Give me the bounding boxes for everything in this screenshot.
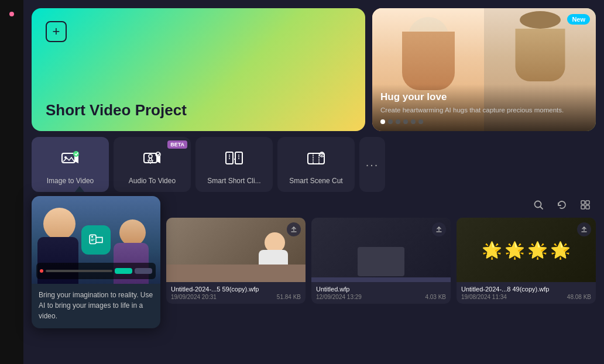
file-date-3: 19/08/2024 11:34 xyxy=(461,294,507,300)
laptop-shape xyxy=(358,247,404,276)
file-thumb-2 xyxy=(311,218,451,282)
file-size-1: 51.84 KB xyxy=(277,294,301,300)
smart-short-clip-icon xyxy=(221,146,247,172)
svg-rect-29 xyxy=(586,205,589,209)
file-date-2: 12/09/2024 13:29 xyxy=(316,294,362,300)
tool-image-to-video[interactable]: Image to Video xyxy=(32,137,109,192)
tooltip-pointer xyxy=(75,186,84,192)
file-size-3: 48.08 KB xyxy=(567,294,591,300)
file-thumb-3: 🌟 🌟 🌟 🌟 xyxy=(457,218,596,282)
tooltip-image xyxy=(32,196,160,284)
emoji-2: 🌟 xyxy=(505,241,525,260)
banner-text: Hug your love Create heartwarming AI hug… xyxy=(372,84,596,131)
file-name-1: Untitled-2024-...5 59(copy).wfp xyxy=(171,286,301,293)
svg-rect-9 xyxy=(235,152,242,164)
smart-scene-cut-icon xyxy=(303,146,329,172)
tools-row: Image to Video BETA Audio To Video xyxy=(23,137,604,192)
file-meta-3: 19/08/2024 11:34 48.08 KB xyxy=(461,294,591,300)
file-size-2: 4.03 KB xyxy=(425,294,446,300)
file-thumb-1 xyxy=(166,218,306,282)
files-grid: Untitled-2024-...5 59(copy).wfp 19/09/20… xyxy=(166,218,596,304)
tooltip-description: Bring your imagination to reality. Use A… xyxy=(39,290,153,321)
image-to-video-icon xyxy=(57,146,83,172)
plus-icon: + xyxy=(46,21,67,42)
hero-card[interactable]: + Short Video Project xyxy=(32,8,365,131)
emoji-1: 🌟 xyxy=(482,241,502,260)
svg-rect-5 xyxy=(149,158,152,161)
upload-icon-3[interactable] xyxy=(577,222,591,236)
tool-audio-to-video[interactable]: BETA Audio To Video xyxy=(114,137,191,192)
emoji-4: 🌟 xyxy=(550,241,571,260)
svg-rect-26 xyxy=(581,201,585,204)
tooltip-ui-bar xyxy=(36,263,156,279)
refresh-button[interactable] xyxy=(554,197,570,213)
sidebar xyxy=(0,0,23,364)
svg-rect-8 xyxy=(226,152,233,164)
svg-rect-16 xyxy=(308,153,324,164)
file-info-2: Untitled.wfp 12/09/2024 13:29 4.03 KB xyxy=(311,282,451,304)
upload-icon-2[interactable] xyxy=(432,222,446,236)
audio-to-video-icon xyxy=(139,146,165,172)
svg-point-21 xyxy=(91,236,93,238)
file-name-2: Untitled.wfp xyxy=(316,286,446,293)
banner-dots xyxy=(380,119,588,124)
upload-icon-1[interactable] xyxy=(287,222,301,236)
file-card-3[interactable]: 🌟 🌟 🌟 🌟 Untitled-2024-...8 49(copy).wfp xyxy=(457,218,596,304)
top-section: + Short Video Project xyxy=(23,0,604,137)
dot-4 xyxy=(403,119,408,124)
tooltip-bubble: Bring your imagination to reality. Use A… xyxy=(32,196,160,328)
file-card-1[interactable]: Untitled-2024-...5 59(copy).wfp 19/09/20… xyxy=(166,218,306,304)
file-card-2[interactable]: Untitled.wfp 12/09/2024 13:29 4.03 KB xyxy=(311,218,451,304)
ai-icon xyxy=(81,225,111,255)
svg-rect-27 xyxy=(586,201,589,204)
file-meta-2: 12/09/2024 13:29 4.03 KB xyxy=(316,294,446,300)
tool-label-image-to-video: Image to Video xyxy=(47,177,94,185)
more-tools-button[interactable]: ··· xyxy=(359,137,385,192)
tool-smart-short-clip[interactable]: Smart Short Cli... xyxy=(195,137,273,192)
feature-banner[interactable]: New Hug your love Create heartwarming AI… xyxy=(372,8,596,131)
file-info-3: Untitled-2024-...8 49(copy).wfp 19/08/20… xyxy=(457,282,596,304)
svg-rect-28 xyxy=(581,205,585,209)
emoji-3: 🌟 xyxy=(527,241,548,260)
banner-title: Hug your love xyxy=(380,91,588,103)
file-date-1: 19/09/2024 20:31 xyxy=(171,294,217,300)
file-meta-1: 19/09/2024 20:31 51.84 KB xyxy=(171,294,301,300)
file-name-3: Untitled-2024-...8 49(copy).wfp xyxy=(461,286,591,293)
dot-6 xyxy=(418,119,423,124)
grid-view-button[interactable] xyxy=(577,197,593,213)
hero-title: Short Video Project xyxy=(46,101,351,119)
bottom-section: Untitled-2024-...5 59(copy).wfp 19/09/20… xyxy=(158,197,604,364)
svg-point-24 xyxy=(535,201,541,208)
section-toolbar xyxy=(166,197,596,213)
emoji-grid: 🌟 🌟 🌟 🌟 xyxy=(472,231,580,269)
tool-smart-scene-cut[interactable]: Smart Scene Cut xyxy=(277,137,355,192)
dot-1 xyxy=(380,119,385,124)
search-button[interactable] xyxy=(530,197,547,213)
more-dots: ··· xyxy=(366,158,379,171)
dot-3 xyxy=(396,119,400,124)
tooltip-text: Bring your imagination to reality. Use A… xyxy=(32,284,160,328)
tool-label-smart-short-clip: Smart Short Cli... xyxy=(207,177,260,185)
banner-description: Create heartwarming AI hugs that capture… xyxy=(380,105,588,115)
file-info-1: Untitled-2024-...5 59(copy).wfp 19/09/20… xyxy=(166,282,306,304)
new-badge: New xyxy=(567,14,590,25)
svg-point-2 xyxy=(73,151,79,157)
tool-label-audio-to-video: Audio To Video xyxy=(129,177,176,185)
svg-point-4 xyxy=(149,154,152,158)
dot-2 xyxy=(388,119,393,124)
main-content: + Short Video Project xyxy=(23,0,604,364)
svg-line-25 xyxy=(541,207,543,210)
dot-5 xyxy=(411,119,416,124)
beta-badge: BETA xyxy=(167,140,187,149)
sidebar-indicator xyxy=(9,12,14,16)
tool-label-smart-scene-cut: Smart Scene Cut xyxy=(289,177,342,185)
